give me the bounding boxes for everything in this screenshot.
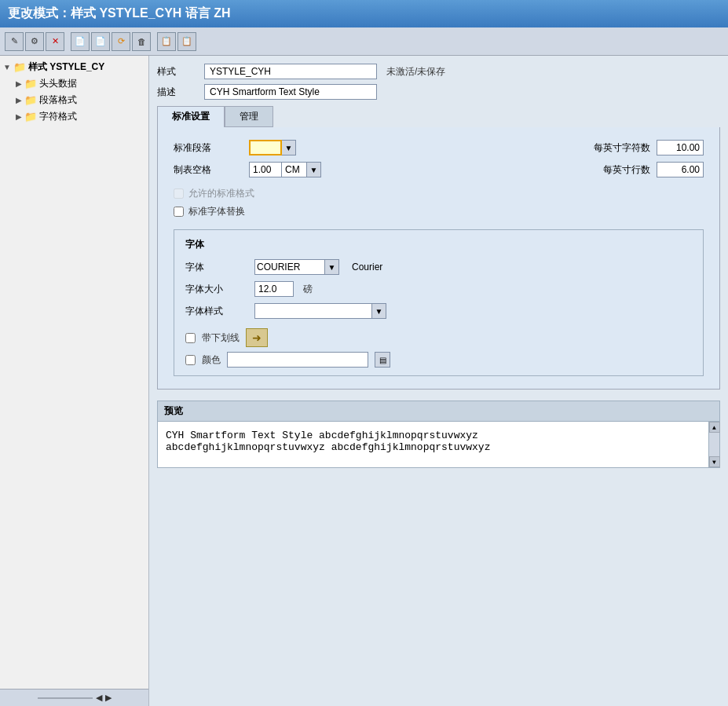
tree-item-arrow-0: ▶ [16, 79, 22, 88]
std-para-dropdown: ▼ [249, 140, 296, 155]
style-label: 样式 [157, 65, 204, 79]
std-font-replace-label: 标准字体替换 [188, 205, 245, 218]
tree-item-paragraph[interactable]: ▶ 📁 段落格式 [3, 92, 145, 108]
desc-label: 描述 [157, 86, 204, 99]
nav-prev-btn[interactable]: ◀ [96, 693, 102, 703]
std-para-dropdown-btn[interactable]: ▼ [282, 140, 296, 155]
nav-next-btn[interactable]: ▶ [105, 693, 112, 703]
allow-std-format-checkbox[interactable] [174, 188, 184, 199]
tab-manage[interactable]: 管理 [225, 106, 273, 127]
chars-per-inch-label: 每英寸字符数 [594, 141, 650, 155]
chars-per-inch-input[interactable] [657, 140, 704, 155]
desc-value: CYH Smartform Text Style [204, 84, 377, 100]
preview-line1: CYH Smartform Text Style abcdefghijklmno… [166, 430, 712, 441]
style-row: 样式 YSTYLE_CYH 未激活/未保存 [157, 64, 720, 79]
tree-item-header[interactable]: ▶ 📁 头头数据 [3, 75, 145, 92]
std-font-replace-row: 标准字体替换 [174, 205, 704, 218]
color-input[interactable] [227, 352, 368, 368]
tab-unit-input[interactable] [282, 162, 307, 177]
preview-scrollbar: ▲ ▼ [708, 422, 719, 467]
title-text: 更改模式：样式 YSTYLE_CYH 语言 ZH [8, 5, 231, 22]
tab-unit-dropdown-btn[interactable]: ▼ [307, 162, 321, 177]
allow-std-format-row: 允许的标准格式 [174, 187, 704, 200]
color-row: 颜色 ▤ [185, 352, 692, 368]
font-name-dropdown-btn[interactable]: ▼ [325, 259, 339, 275]
font-name-display: Courier [352, 262, 382, 273]
desc-row: 描述 CYH Smartform Text Style [157, 84, 720, 100]
font-style-input[interactable] [254, 303, 372, 319]
font-section-title: 字体 [185, 238, 692, 251]
toolbar-btn-copy[interactable]: 📄 [91, 32, 110, 51]
tree-expand-arrow: ▼ [3, 63, 11, 71]
font-style-row: 字体样式 ▼ [185, 303, 692, 319]
color-checkbox[interactable] [185, 355, 196, 365]
color-label: 颜色 [202, 353, 221, 367]
tree-root-folder-icon: 📁 [13, 61, 26, 73]
tree-item-label-2: 字符格式 [39, 110, 77, 123]
tabs-container: 标准设置 管理 [157, 106, 720, 127]
scroll-up-btn[interactable]: ▲ [709, 422, 720, 433]
font-style-label: 字体样式 [185, 305, 248, 318]
tab-spacing-input[interactable] [249, 162, 282, 177]
lines-per-inch-input[interactable] [657, 162, 704, 177]
toolbar-btn-paste2[interactable]: 📋 [177, 32, 196, 51]
underline-row: 带下划线 ➜ [185, 328, 692, 347]
lines-per-inch-group: 每英寸行数 [603, 162, 704, 177]
toolbar-btn-paste1[interactable]: 📋 [157, 32, 176, 51]
tab-spacing-row: 制表空格 ▼ 每英寸行数 [174, 162, 704, 177]
tree-item-arrow-2: ▶ [16, 112, 22, 121]
preview-title: 预览 [157, 401, 720, 421]
font-style-dropdown-btn[interactable]: ▼ [372, 303, 386, 319]
left-panel: ▼ 📁 样式 YSTYLE_CY ▶ 📁 头头数据 ▶ 📁 段落格式 ▶ 📁 字… [0, 56, 149, 706]
toolbar-btn-new[interactable]: 📄 [71, 32, 90, 51]
font-size-row: 字体大小 磅 [185, 281, 692, 297]
scroll-down-btn[interactable]: ▼ [709, 456, 720, 467]
underline-checkbox[interactable] [185, 333, 196, 343]
std-para-label: 标准段落 [174, 141, 236, 155]
toolbar-btn-reload[interactable]: ⟳ [112, 32, 130, 51]
tab-standard[interactable]: 标准设置 [157, 106, 225, 127]
toolbar-btn-edit[interactable]: ✎ [5, 32, 24, 51]
tree-area: ▼ 📁 样式 YSTYLE_CY ▶ 📁 头头数据 ▶ 📁 段落格式 ▶ 📁 字… [0, 56, 148, 689]
font-name-input[interactable] [254, 259, 325, 275]
toolbar-btn-settings[interactable]: ⚙ [25, 32, 44, 51]
toolbar: ✎ ⚙ ✕ 📄 📄 ⟳ 🗑 📋 📋 [0, 27, 728, 56]
toolbar-btn-tool[interactable]: ✕ [46, 32, 64, 51]
font-size-label: 字体大小 [185, 283, 248, 296]
std-para-row: 标准段落 ▼ 每英寸字符数 [174, 140, 704, 155]
toolbar-btn-delete[interactable]: 🗑 [132, 32, 151, 51]
preview-line2: abcdefghijklmnopqrstuvwxyz abcdefghijklm… [166, 441, 712, 453]
preview-box: CYH Smartform Text Style abcdefghijklmno… [157, 421, 720, 468]
style-value: YSTYLE_CYH [204, 64, 377, 79]
std-para-input[interactable] [249, 140, 282, 155]
tree-root[interactable]: ▼ 📁 样式 YSTYLE_CY [3, 59, 145, 75]
tree-item-arrow-1: ▶ [16, 96, 22, 104]
tree-item-folder-0: 📁 [24, 78, 37, 90]
tree-item-folder-2: 📁 [24, 111, 37, 123]
tree-item-label-0: 头头数据 [39, 77, 77, 90]
color-pick-btn[interactable]: ▤ [375, 352, 390, 368]
right-panel: 样式 YSTYLE_CYH 未激活/未保存 描述 CYH Smartform T… [149, 56, 728, 706]
chars-per-inch-group: 每英寸字符数 [594, 140, 704, 155]
underline-arrow-btn[interactable]: ➜ [246, 328, 268, 347]
main-container: ▼ 📁 样式 YSTYLE_CY ▶ 📁 头头数据 ▶ 📁 段落格式 ▶ 📁 字… [0, 56, 728, 706]
tree-item-charformat[interactable]: ▶ 📁 字符格式 [3, 108, 145, 125]
tab-spacing-label: 制表空格 [174, 163, 236, 177]
left-bottom-nav: ◀ ▶ [0, 689, 148, 706]
font-name-label: 字体 [185, 261, 248, 274]
content-box: 标准段落 ▼ 每英寸字符数 制表空格 ▼ [157, 127, 720, 390]
tree-item-label-1: 段落格式 [39, 93, 77, 107]
tab-unit-dropdown: ▼ [282, 162, 321, 177]
font-size-input[interactable] [254, 281, 294, 297]
font-name-row: 字体 ▼ Courier [185, 259, 692, 275]
preview-section: 预览 CYH Smartform Text Style abcdefghijkl… [157, 401, 720, 468]
underline-label: 带下划线 [202, 331, 240, 345]
std-font-replace-checkbox[interactable] [174, 207, 184, 217]
font-section: 字体 字体 ▼ Courier 字体大小 磅 [174, 229, 704, 376]
form-header: 样式 YSTYLE_CYH 未激活/未保存 描述 CYH Smartform T… [157, 64, 720, 100]
font-size-unit: 磅 [303, 283, 313, 296]
title-bar: 更改模式：样式 YSTYLE_CYH 语言 ZH [0, 0, 728, 27]
allow-std-format-label: 允许的标准格式 [188, 187, 254, 200]
lines-per-inch-label: 每英寸行数 [603, 163, 650, 177]
tree-root-label: 样式 YSTYLE_CY [28, 60, 104, 74]
